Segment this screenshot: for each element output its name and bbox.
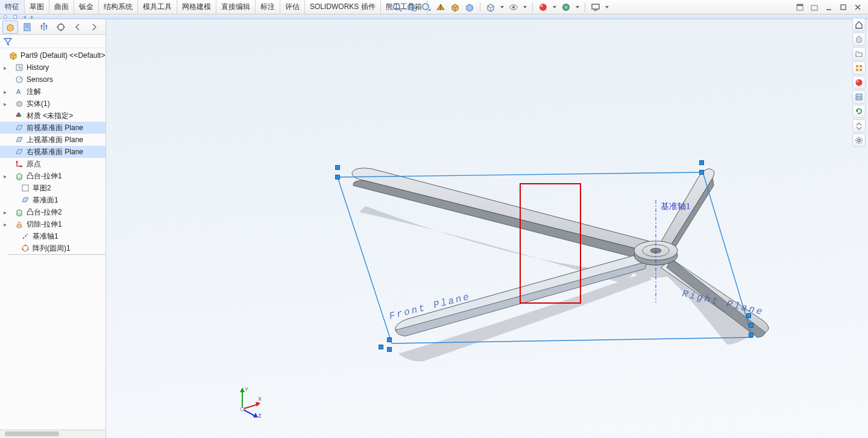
cmd-tab[interactable]: 特征	[0, 0, 25, 14]
settings-gear-icon[interactable]	[852, 134, 866, 147]
cmd-tab[interactable]: SOLIDWORKS 插件	[305, 0, 381, 14]
front-plane-outline[interactable]	[106, 19, 868, 438]
cmd-tab[interactable]: 钣金	[74, 0, 99, 14]
tree-item[interactable]: 草图2	[0, 182, 105, 194]
tree-hscroll[interactable]	[0, 430, 105, 438]
tree-item[interactable]: ▸凸台-拉伸1	[0, 170, 105, 182]
tab-next[interactable]	[87, 20, 102, 34]
dyn-annot-icon[interactable]	[464, 2, 475, 13]
svg-line-64	[242, 409, 256, 416]
cmd-tab[interactable]: 曲面	[49, 0, 74, 14]
tree-root[interactable]: Part9 (Default) <<Default>	[0, 49, 105, 61]
cmd-tab[interactable]: 评估	[280, 0, 305, 14]
expand-toggle[interactable]: ▸	[1, 221, 8, 228]
appearance-ball-icon[interactable]	[852, 76, 866, 89]
plane-handle[interactable]	[387, 337, 392, 342]
tab-configuration-manager[interactable]	[36, 20, 52, 34]
zoom-fit-icon[interactable]	[392, 2, 403, 13]
cmd-tab[interactable]: 草图	[25, 0, 49, 14]
tree-item[interactable]: 基准轴1	[0, 230, 105, 242]
open-icon[interactable]	[852, 47, 866, 60]
section-view-icon[interactable]	[435, 2, 446, 13]
custom-props-icon[interactable]	[852, 90, 866, 104]
manager-tabs	[0, 19, 105, 35]
resources-icon[interactable]	[852, 33, 866, 46]
appearance-icon[interactable]	[538, 2, 549, 13]
tree-item[interactable]: 阵列(圆周)1	[0, 242, 105, 254]
tree-filter[interactable]	[0, 35, 105, 48]
svg-point-72	[856, 80, 863, 86]
view-triad[interactable]: Y X Z	[231, 385, 265, 419]
tree-item-label: 材质 <未指定>	[27, 111, 73, 121]
tree-item-label: 阵列(圆周)1	[33, 243, 71, 254]
part-icon	[8, 51, 18, 60]
tree-item[interactable]: ▸切除-拉伸1	[0, 218, 105, 230]
view-cube-dd[interactable]	[500, 2, 505, 13]
tree-item[interactable]: 右视基准面 Plane	[0, 146, 105, 158]
tree-item[interactable]: Sensors	[0, 74, 105, 86]
maximize-icon[interactable]	[837, 2, 850, 13]
plane-handle[interactable]	[379, 345, 383, 349]
tab-property-manager[interactable]	[19, 20, 35, 34]
palette-icon[interactable]	[852, 61, 866, 75]
tree-item[interactable]: ▸凸台-拉伸2	[0, 206, 105, 218]
tree-item[interactable]: 基准面1	[0, 194, 105, 206]
appearance-dd[interactable]	[552, 2, 557, 13]
svg-line-33	[19, 78, 21, 80]
doc-window-1-icon[interactable]	[793, 2, 807, 13]
tab-prev[interactable]	[70, 20, 86, 34]
tree-item-label: 草图2	[33, 183, 51, 193]
plane-handle[interactable]	[335, 165, 340, 170]
home-icon[interactable]	[852, 18, 866, 31]
svg-rect-74	[856, 94, 862, 100]
box-icon[interactable]	[450, 2, 461, 13]
prev-view-icon[interactable]	[421, 2, 432, 13]
cmd-tab[interactable]: 结构系统	[99, 0, 138, 14]
show-hide-dd[interactable]	[523, 2, 527, 13]
svg-text:Y: Y	[245, 386, 248, 392]
tree-item[interactable]: ▸实体(1)	[0, 98, 105, 110]
expand-toggle[interactable]: ▸	[1, 89, 8, 95]
expand-toggle[interactable]: ▸	[1, 101, 8, 107]
expand-toggle[interactable]: ▸	[1, 173, 8, 180]
doc-window-2-icon[interactable]	[808, 2, 821, 13]
plane-handle[interactable]	[749, 323, 753, 328]
plane-handle[interactable]	[699, 170, 704, 175]
expand-toggle[interactable]: ▸	[1, 64, 8, 71]
expand-toggle[interactable]: ▸	[1, 209, 8, 216]
minimize-icon[interactable]	[822, 2, 835, 13]
plane-handle[interactable]	[387, 347, 392, 352]
close-icon[interactable]	[851, 2, 864, 13]
expand-icon[interactable]	[852, 119, 866, 133]
tree-item[interactable]: 前视基准面 Plane	[0, 122, 105, 134]
history-icon	[14, 63, 24, 72]
svg-point-26	[58, 24, 64, 30]
svg-rect-11	[592, 4, 599, 9]
reload-icon[interactable]	[852, 105, 866, 118]
graphics-area[interactable]: 基准轴1 Front Plane Right Plane Y X Z	[106, 19, 868, 438]
scene-dd[interactable]	[575, 2, 580, 13]
tab-dimxpert-manager[interactable]	[53, 20, 69, 34]
cmd-tab[interactable]: 直接编辑	[216, 0, 256, 14]
tree-item[interactable]: 上视基准面 Plane	[0, 134, 105, 146]
tree-item[interactable]: 材质 <未指定>	[0, 110, 105, 122]
plane-handle[interactable]	[335, 175, 340, 180]
tree-item[interactable]: 原点	[0, 158, 105, 170]
svg-line-61	[242, 404, 258, 409]
zoom-area-icon[interactable]	[406, 2, 417, 13]
tree-item[interactable]: ▸History	[0, 61, 105, 74]
plane-handle[interactable]	[699, 160, 704, 165]
show-hide-icon[interactable]	[508, 2, 519, 13]
cmd-tab[interactable]: 网格建模	[177, 0, 216, 14]
view-cube-icon[interactable]	[485, 2, 496, 13]
svg-line-85	[857, 142, 857, 143]
tree-item[interactable]: ▸A注解	[0, 86, 105, 98]
screen-dd[interactable]	[605, 2, 609, 13]
plane-handle[interactable]	[749, 333, 753, 337]
screen-icon[interactable]	[590, 2, 601, 13]
scene-icon[interactable]	[561, 2, 571, 13]
cmd-tab[interactable]: 模具工具	[138, 0, 177, 14]
cmd-tab[interactable]: 标注	[256, 0, 280, 14]
tab-feature-manager[interactable]	[2, 20, 18, 34]
svg-line-55	[338, 172, 703, 177]
